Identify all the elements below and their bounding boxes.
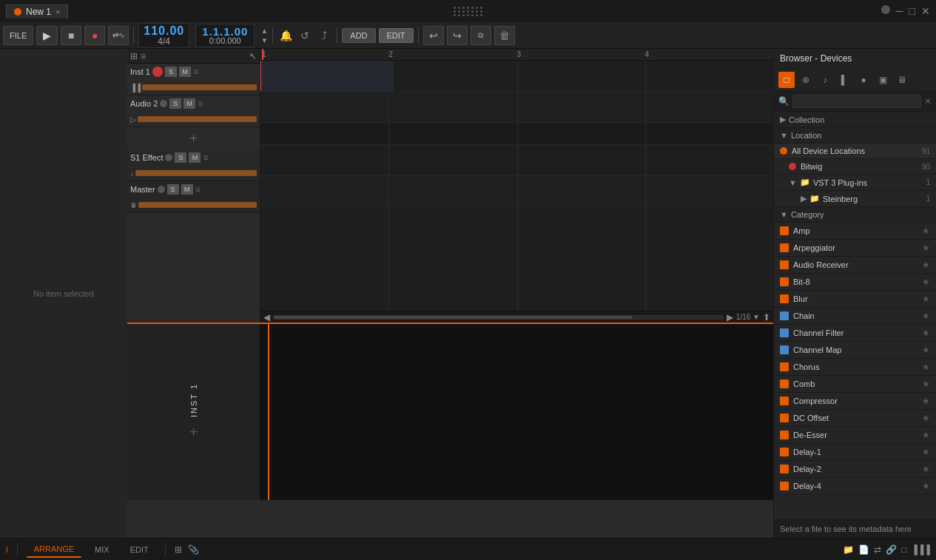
category-bit8[interactable]: Bit-8 ★ bbox=[774, 274, 936, 291]
category-chorus[interactable]: Chorus ★ bbox=[774, 359, 936, 376]
tempo-display[interactable]: 110.00 4/4 bbox=[138, 23, 189, 48]
scroll-left-btn[interactable]: ◀ bbox=[263, 312, 270, 323]
category-dc-offset[interactable]: DC Offset ★ bbox=[774, 410, 936, 427]
location-bitwig[interactable]: Bitwig 90 bbox=[774, 159, 936, 175]
filter-icon[interactable]: ≡ bbox=[141, 51, 146, 61]
status-icon-folder[interactable]: 📁 bbox=[843, 544, 854, 555]
location-vst3[interactable]: ▼ 📁 VST 3 Plug-ins 1 bbox=[774, 175, 936, 191]
location-section-header[interactable]: ▼ Location bbox=[774, 128, 936, 144]
stop-button[interactable]: ■ bbox=[61, 26, 81, 45]
win-close[interactable]: ✕ bbox=[921, 5, 930, 17]
s1effect-fader[interactable] bbox=[135, 170, 257, 176]
category-arpeggiator[interactable]: Arpeggiator ★ bbox=[774, 240, 936, 257]
status-icon-bars[interactable]: ▐▐▐ bbox=[911, 544, 930, 555]
track-top-audio2[interactable]: Audio 2 S M ≡ bbox=[127, 95, 260, 112]
play-button[interactable]: ▶ bbox=[36, 26, 58, 45]
audio2-mute-button[interactable]: M bbox=[184, 98, 195, 109]
category-channel-map[interactable]: Channel Map ★ bbox=[774, 342, 936, 359]
record-button[interactable]: ● bbox=[84, 26, 105, 45]
amp-star[interactable]: ★ bbox=[922, 226, 930, 236]
audio2-fader[interactable] bbox=[138, 116, 257, 122]
dc-star[interactable]: ★ bbox=[922, 413, 930, 423]
browser-device-icon[interactable]: □ bbox=[778, 72, 795, 88]
punch-button[interactable]: ⤴ bbox=[316, 27, 332, 44]
loop-button[interactable]: ⇄∿ bbox=[108, 26, 129, 45]
inst1-fader[interactable] bbox=[142, 84, 257, 90]
edit-button[interactable]: EDIT bbox=[379, 28, 414, 43]
category-de-esser[interactable]: De-Esser ★ bbox=[774, 427, 936, 444]
category-audio-receiver[interactable]: Audio Receiver ★ bbox=[774, 257, 936, 274]
track-top-s1effect[interactable]: S1 Effect S M ≡ bbox=[127, 149, 260, 166]
chorus-star[interactable]: ★ bbox=[922, 362, 930, 372]
category-section-header[interactable]: ▼ Category bbox=[774, 207, 936, 223]
browser-clip-icon[interactable]: ▣ bbox=[875, 72, 891, 88]
de-esser-star[interactable]: ★ bbox=[922, 430, 930, 440]
blur-star[interactable]: ★ bbox=[922, 294, 930, 304]
grid-area[interactable] bbox=[260, 61, 773, 311]
inst1-menu[interactable]: ≡ bbox=[193, 67, 198, 77]
browser-preset-icon[interactable]: ⊕ bbox=[798, 72, 814, 88]
win-max[interactable]: □ bbox=[909, 5, 915, 17]
position-display[interactable]: 1.1.1.00 0:00.000 bbox=[195, 24, 255, 47]
category-channel-filter[interactable]: Channel Filter ★ bbox=[774, 325, 936, 342]
location-all-devices[interactable]: All Device Locations 91 bbox=[774, 144, 936, 159]
ch-filter-star[interactable]: ★ bbox=[922, 328, 930, 338]
grid-icon[interactable]: ⊞ bbox=[130, 51, 138, 61]
search-clear-button[interactable]: ✕ bbox=[924, 96, 932, 107]
scroll-track[interactable] bbox=[273, 315, 724, 320]
tab-close[interactable]: × bbox=[55, 7, 60, 16]
bit8-star[interactable]: ★ bbox=[922, 277, 930, 287]
arp-star[interactable]: ★ bbox=[922, 243, 930, 253]
master-mute-button[interactable]: M bbox=[181, 184, 193, 195]
browser-monitor-icon[interactable]: 🖥 bbox=[894, 72, 910, 88]
status-icon-2[interactable]: 📎 bbox=[188, 544, 199, 555]
chain-star[interactable]: ★ bbox=[922, 311, 930, 321]
browser-sample-icon[interactable]: ♪ bbox=[817, 72, 833, 88]
app-tab[interactable]: New 1 × bbox=[6, 4, 68, 18]
delay2-star[interactable]: ★ bbox=[922, 464, 930, 474]
delay4-star[interactable]: ★ bbox=[922, 481, 930, 491]
comb-star[interactable]: ★ bbox=[922, 379, 930, 389]
undo-button[interactable]: ↩ bbox=[423, 26, 444, 45]
loop-region-button[interactable]: ↺ bbox=[297, 27, 313, 44]
add-track-button[interactable]: + bbox=[127, 127, 260, 149]
comp-star[interactable]: ★ bbox=[922, 396, 930, 406]
redo-button[interactable]: ↪ bbox=[447, 26, 468, 45]
tab-edit[interactable]: EDIT bbox=[123, 542, 156, 557]
copy-button[interactable]: ⧉ bbox=[471, 26, 491, 45]
delete-button[interactable]: 🗑 bbox=[494, 26, 515, 45]
bottom-add-button[interactable]: + bbox=[189, 424, 198, 441]
scroll-right-btn[interactable]: ▶ bbox=[727, 312, 733, 323]
tab-mix[interactable]: MIX bbox=[87, 542, 117, 557]
search-input[interactable] bbox=[792, 95, 921, 108]
status-icon-link[interactable]: 🔗 bbox=[886, 544, 897, 555]
s1effect-menu[interactable]: ≡ bbox=[203, 152, 208, 163]
tab-arrange[interactable]: ARRANGE bbox=[27, 542, 81, 558]
inst1-rec-button[interactable] bbox=[152, 67, 163, 77]
category-delay1[interactable]: Delay-1 ★ bbox=[774, 444, 936, 461]
track-top-inst1[interactable]: Inst 1 S M ≡ bbox=[127, 64, 260, 80]
cursor-icon[interactable]: ↖ bbox=[249, 51, 257, 61]
nudge-up[interactable]: ▲ bbox=[260, 27, 268, 35]
browser-plugin-icon[interactable]: ▌ bbox=[836, 72, 852, 88]
inst1-solo-button[interactable]: S bbox=[165, 67, 177, 77]
category-chain[interactable]: Chain ★ bbox=[774, 308, 936, 325]
status-icon-square[interactable]: □ bbox=[901, 544, 906, 555]
master-menu[interactable]: ≡ bbox=[195, 184, 201, 195]
bottom-center[interactable] bbox=[260, 324, 773, 500]
ch-map-star[interactable]: ★ bbox=[922, 345, 930, 355]
category-delay4[interactable]: Delay-4 ★ bbox=[774, 478, 936, 495]
track-top-master[interactable]: Master S M ≡ bbox=[127, 181, 260, 198]
inst1-mute-button[interactable]: M bbox=[179, 67, 191, 77]
delay1-star[interactable]: ★ bbox=[922, 447, 930, 457]
scroll-zoom-btn[interactable]: ⬆ bbox=[763, 312, 770, 323]
audio2-solo-button[interactable]: S bbox=[169, 98, 181, 109]
category-blur[interactable]: Blur ★ bbox=[774, 291, 936, 308]
audio2-menu[interactable]: ≡ bbox=[198, 98, 203, 109]
master-fader[interactable] bbox=[138, 202, 257, 208]
browser-multi-icon[interactable]: ● bbox=[855, 72, 872, 88]
s1effect-solo-button[interactable]: S bbox=[175, 152, 186, 163]
category-amp[interactable]: Amp ★ bbox=[774, 223, 936, 240]
master-solo-button[interactable]: S bbox=[167, 184, 179, 195]
file-button[interactable]: FILE bbox=[3, 26, 33, 45]
